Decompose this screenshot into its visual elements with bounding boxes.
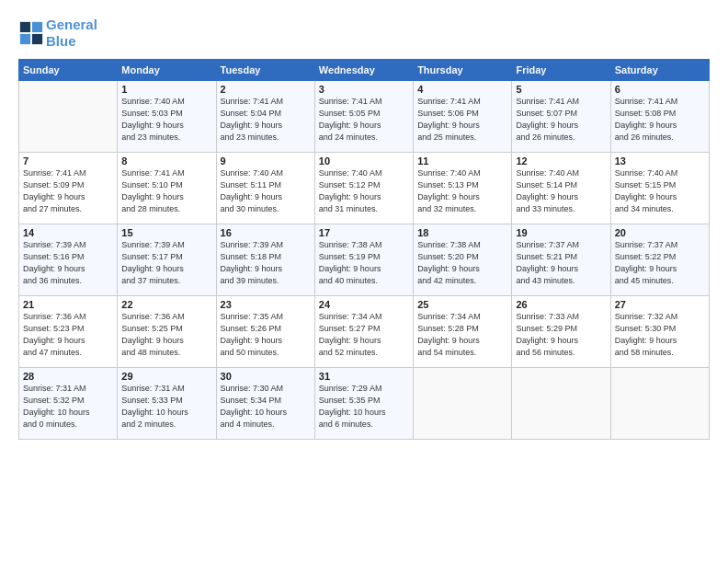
day-number: 28 [23,371,113,382]
day-info: Sunrise: 7:40 AM Sunset: 5:03 PM Dayligh… [121,96,211,144]
day-number: 2 [221,84,311,95]
day-info: Sunrise: 7:37 AM Sunset: 5:21 PM Dayligh… [516,239,606,287]
day-info: Sunrise: 7:40 AM Sunset: 5:15 PM Dayligh… [615,167,705,215]
weekday-header: Friday [512,60,610,81]
calendar-cell: 7Sunrise: 7:41 AM Sunset: 5:09 PM Daylig… [19,153,118,224]
day-number: 18 [417,227,507,238]
calendar-cell: 13Sunrise: 7:40 AM Sunset: 5:15 PM Dayli… [610,153,709,224]
day-number: 23 [221,299,311,310]
day-info: Sunrise: 7:32 AM Sunset: 5:30 PM Dayligh… [615,311,705,359]
weekday-header: Saturday [610,60,709,81]
day-number: 10 [319,155,409,167]
page: General Blue SundayMondayTuesdayWednesda… [0,0,728,563]
svg-rect-0 [20,22,30,32]
day-info: Sunrise: 7:38 AM Sunset: 5:19 PM Dayligh… [319,239,409,287]
calendar-cell: 2Sunrise: 7:41 AM Sunset: 5:04 PM Daylig… [216,81,314,153]
calendar-cell: 29Sunrise: 7:31 AM Sunset: 5:33 PM Dayli… [118,368,216,440]
calendar-cell [610,368,709,440]
calendar-cell [414,368,512,440]
calendar-cell: 14Sunrise: 7:39 AM Sunset: 5:16 PM Dayli… [19,224,118,296]
weekday-header: Tuesday [216,60,314,81]
calendar-cell: 23Sunrise: 7:35 AM Sunset: 5:26 PM Dayli… [216,296,314,368]
day-info: Sunrise: 7:31 AM Sunset: 5:32 PM Dayligh… [23,383,113,431]
calendar-cell: 18Sunrise: 7:38 AM Sunset: 5:20 PM Dayli… [414,224,512,296]
day-number: 31 [319,371,409,382]
day-number: 30 [221,371,311,382]
calendar-cell: 11Sunrise: 7:40 AM Sunset: 5:13 PM Dayli… [414,153,512,224]
day-number: 8 [121,155,211,167]
day-number: 14 [23,227,113,238]
calendar-cell [512,368,610,440]
day-number: 1 [121,84,211,95]
day-info: Sunrise: 7:41 AM Sunset: 5:04 PM Dayligh… [221,96,311,144]
day-number: 11 [417,155,507,167]
calendar-cell: 30Sunrise: 7:30 AM Sunset: 5:34 PM Dayli… [216,368,314,440]
day-info: Sunrise: 7:36 AM Sunset: 5:25 PM Dayligh… [121,311,211,359]
weekday-header: Thursday [414,60,512,81]
day-number: 15 [121,227,211,238]
day-number: 16 [221,227,311,238]
calendar-cell: 21Sunrise: 7:36 AM Sunset: 5:23 PM Dayli… [19,296,118,368]
day-number: 27 [615,299,705,310]
calendar-cell: 15Sunrise: 7:39 AM Sunset: 5:17 PM Dayli… [118,224,216,296]
day-number: 20 [615,227,705,238]
day-number: 22 [121,299,211,310]
day-info: Sunrise: 7:34 AM Sunset: 5:27 PM Dayligh… [319,311,409,359]
calendar-cell: 22Sunrise: 7:36 AM Sunset: 5:25 PM Dayli… [118,296,216,368]
calendar-cell: 3Sunrise: 7:41 AM Sunset: 5:05 PM Daylig… [314,81,413,153]
calendar-cell: 24Sunrise: 7:34 AM Sunset: 5:27 PM Dayli… [314,296,413,368]
calendar-week-row: 28Sunrise: 7:31 AM Sunset: 5:32 PM Dayli… [19,368,710,440]
svg-rect-2 [20,34,30,44]
day-number: 4 [417,84,507,95]
day-info: Sunrise: 7:40 AM Sunset: 5:13 PM Dayligh… [417,167,507,215]
day-number: 9 [221,155,311,167]
weekday-header: Sunday [19,60,118,81]
calendar-cell: 17Sunrise: 7:38 AM Sunset: 5:19 PM Dayli… [314,224,413,296]
calendar-cell: 28Sunrise: 7:31 AM Sunset: 5:32 PM Dayli… [19,368,118,440]
day-info: Sunrise: 7:35 AM Sunset: 5:26 PM Dayligh… [221,311,311,359]
day-number: 5 [516,84,606,95]
day-number: 13 [615,155,705,167]
day-number: 3 [319,84,409,95]
day-info: Sunrise: 7:41 AM Sunset: 5:10 PM Dayligh… [121,167,211,215]
calendar-cell: 9Sunrise: 7:40 AM Sunset: 5:11 PM Daylig… [216,153,314,224]
day-info: Sunrise: 7:29 AM Sunset: 5:35 PM Dayligh… [319,383,409,431]
calendar-cell: 6Sunrise: 7:41 AM Sunset: 5:08 PM Daylig… [610,81,709,153]
calendar-cell [19,81,118,153]
day-info: Sunrise: 7:36 AM Sunset: 5:23 PM Dayligh… [23,311,113,359]
svg-rect-1 [32,22,42,32]
day-number: 19 [516,227,606,238]
day-info: Sunrise: 7:40 AM Sunset: 5:14 PM Dayligh… [516,167,606,215]
day-number: 26 [516,299,606,310]
weekday-header: Monday [118,60,216,81]
day-info: Sunrise: 7:40 AM Sunset: 5:11 PM Dayligh… [221,167,311,215]
calendar-cell: 19Sunrise: 7:37 AM Sunset: 5:21 PM Dayli… [512,224,610,296]
day-info: Sunrise: 7:41 AM Sunset: 5:06 PM Dayligh… [417,96,507,144]
calendar-week-row: 21Sunrise: 7:36 AM Sunset: 5:23 PM Dayli… [19,296,710,368]
day-info: Sunrise: 7:39 AM Sunset: 5:16 PM Dayligh… [23,239,113,287]
calendar-cell: 26Sunrise: 7:33 AM Sunset: 5:29 PM Dayli… [512,296,610,368]
calendar-cell: 31Sunrise: 7:29 AM Sunset: 5:35 PM Dayli… [314,368,413,440]
logo: General Blue [18,17,97,50]
day-number: 21 [23,299,113,310]
weekday-header: Wednesday [314,60,413,81]
header: General Blue [18,17,710,50]
day-info: Sunrise: 7:34 AM Sunset: 5:28 PM Dayligh… [417,311,507,359]
calendar-table: SundayMondayTuesdayWednesdayThursdayFrid… [18,59,710,440]
day-info: Sunrise: 7:38 AM Sunset: 5:20 PM Dayligh… [417,239,507,287]
calendar-cell: 10Sunrise: 7:40 AM Sunset: 5:12 PM Dayli… [314,153,413,224]
calendar-cell: 12Sunrise: 7:40 AM Sunset: 5:14 PM Dayli… [512,153,610,224]
logo-icon [18,20,44,46]
calendar-cell: 5Sunrise: 7:41 AM Sunset: 5:07 PM Daylig… [512,81,610,153]
logo-text: General Blue [46,17,97,50]
day-info: Sunrise: 7:40 AM Sunset: 5:12 PM Dayligh… [319,167,409,215]
calendar-cell: 16Sunrise: 7:39 AM Sunset: 5:18 PM Dayli… [216,224,314,296]
calendar-cell: 1Sunrise: 7:40 AM Sunset: 5:03 PM Daylig… [118,81,216,153]
day-info: Sunrise: 7:41 AM Sunset: 5:08 PM Dayligh… [615,96,705,144]
day-info: Sunrise: 7:41 AM Sunset: 5:09 PM Dayligh… [23,167,113,215]
weekday-header-row: SundayMondayTuesdayWednesdayThursdayFrid… [19,60,710,81]
calendar-cell: 20Sunrise: 7:37 AM Sunset: 5:22 PM Dayli… [610,224,709,296]
day-info: Sunrise: 7:30 AM Sunset: 5:34 PM Dayligh… [221,383,311,431]
day-info: Sunrise: 7:39 AM Sunset: 5:17 PM Dayligh… [121,239,211,287]
calendar-week-row: 7Sunrise: 7:41 AM Sunset: 5:09 PM Daylig… [19,153,710,224]
